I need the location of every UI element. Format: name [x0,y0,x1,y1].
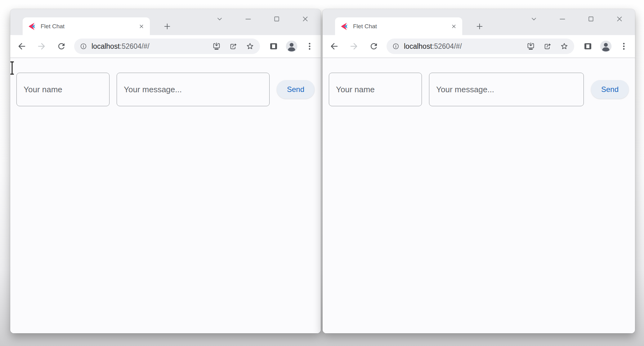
forward-icon[interactable] [34,39,49,53]
tab-flet-chat[interactable]: Flet Chat [23,17,150,35]
tab-title: Flet Chat [41,23,136,30]
omnibox-actions [212,42,254,51]
minimize-icon[interactable] [548,11,577,26]
back-icon[interactable] [327,39,341,53]
url-text[interactable]: localhost:52604/#/ [404,42,462,51]
side-panel-icon[interactable] [267,39,280,53]
site-info-icon[interactable] [80,43,87,50]
back-icon[interactable] [15,39,29,53]
tab-strip: Flet Chat [10,9,321,35]
minimize-icon[interactable] [234,11,262,26]
omnibox-actions [526,42,569,51]
browser-window: Flet Chat [10,9,321,333]
new-tab-icon[interactable] [160,19,175,34]
send-button[interactable]: Send [591,80,629,99]
tab-close-icon[interactable] [136,21,147,32]
tab-title: Flet Chat [353,23,449,30]
side-panel-icon[interactable] [581,39,595,53]
kebab-menu-icon[interactable] [617,39,631,53]
tab-close-icon[interactable] [449,21,459,32]
flet-logo-icon [341,22,349,30]
browser-toolbar: localhost:52604/#/ [10,35,321,58]
profile-avatar-icon[interactable] [285,39,298,53]
install-app-icon[interactable] [212,42,221,51]
flet-logo-icon [28,22,36,30]
window-close-icon[interactable] [291,11,320,26]
window-close-icon[interactable] [605,11,634,26]
share-icon[interactable] [229,42,238,51]
bookmark-star-icon[interactable] [560,42,569,51]
message-input[interactable] [429,73,584,106]
text-cursor-icon [9,61,15,76]
bookmark-star-icon[interactable] [246,42,254,51]
reload-icon[interactable] [367,39,381,53]
maximize-icon[interactable] [262,11,291,26]
name-input[interactable] [16,73,110,106]
chat-input-row: Send [16,73,315,106]
window-controls [205,11,320,26]
chat-input-row: Send [329,73,629,106]
name-input[interactable] [329,73,422,106]
url-text[interactable]: localhost:52604/#/ [92,42,150,51]
send-button[interactable]: Send [277,80,315,99]
address-bar[interactable]: localhost:52604/#/ [387,39,574,54]
tab-search-chevron-icon[interactable] [520,11,548,26]
flet-chat-page: Send [10,58,321,333]
address-bar[interactable]: localhost:52604/#/ [74,39,260,54]
message-input[interactable] [117,73,270,106]
kebab-menu-icon[interactable] [303,39,316,53]
flet-chat-page: Send [323,58,635,333]
tab-flet-chat[interactable]: Flet Chat [335,17,462,35]
maximize-icon[interactable] [577,11,605,26]
install-app-icon[interactable] [526,42,535,51]
share-icon[interactable] [543,42,552,51]
site-info-icon[interactable] [392,43,400,50]
forward-icon[interactable] [347,39,361,53]
profile-avatar-icon[interactable] [599,39,613,53]
new-tab-icon[interactable] [472,19,487,34]
reload-icon[interactable] [54,39,69,53]
tab-strip: Flet Chat [323,9,635,35]
browser-toolbar: localhost:52604/#/ [323,35,635,58]
window-controls [520,11,634,26]
browser-window: Flet Chat [323,9,635,333]
tab-search-chevron-icon[interactable] [205,11,234,26]
